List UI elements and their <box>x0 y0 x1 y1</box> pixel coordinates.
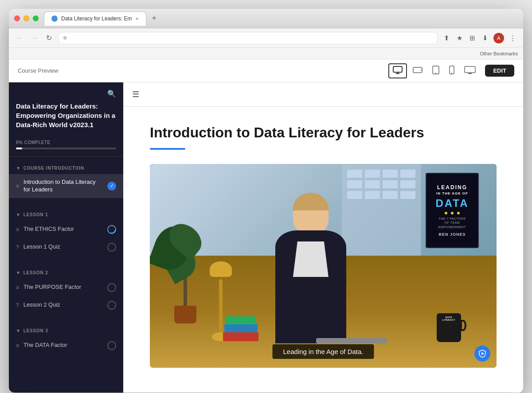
lesson-title: Introduction to Data Literacy for Leader… <box>150 125 497 141</box>
nav-section-course-intro: ▼ COURSE INTRODUCTION ≡ Introduction to … <box>9 157 123 203</box>
svg-point-8 <box>451 73 452 74</box>
progress-bar <box>16 148 116 149</box>
laptop <box>316 338 387 343</box>
building-window <box>383 191 398 199</box>
tab-close-icon[interactable]: ✕ <box>135 16 139 21</box>
lamp-arm <box>219 279 223 332</box>
reload-button[interactable]: ↻ <box>44 32 54 44</box>
building-window <box>365 170 380 178</box>
book-title-highlight: DATA <box>435 197 469 210</box>
course-preview-label: Course Preview <box>18 67 59 74</box>
back-button[interactable]: ← <box>14 32 25 44</box>
lines-icon: ≡ <box>16 183 19 189</box>
download-icon[interactable]: ⬇ <box>481 32 490 44</box>
book-title-line1: LEADING <box>437 184 467 191</box>
content-body: Introduction to Data Literacy for Leader… <box>123 107 523 385</box>
book3 <box>225 316 256 324</box>
share-icon[interactable]: ⬆ <box>442 32 451 44</box>
new-tab-button[interactable]: + <box>148 14 160 23</box>
tab-title: Data Literacy for Leaders: Em <box>61 16 132 22</box>
book-dots-row <box>445 212 460 214</box>
title-bar: Data Literacy for Leaders: Em ✕ + <box>9 9 523 28</box>
minimize-button[interactable] <box>23 16 29 21</box>
maximize-button[interactable] <box>33 16 39 21</box>
building-window <box>400 191 415 199</box>
video-badge-icon <box>474 346 490 362</box>
question-icon-l2: ? <box>16 302 19 308</box>
more-icon[interactable]: ⋮ <box>508 32 518 44</box>
building-window <box>400 170 415 178</box>
forward-button[interactable]: → <box>29 32 40 44</box>
book-author: BEN JONES <box>438 232 466 237</box>
url-bar[interactable]: ⊕ <box>58 32 438 44</box>
bookmark-icon[interactable]: ★ <box>455 32 464 44</box>
plant <box>159 226 212 323</box>
app-wrapper: Course Preview <box>9 59 523 393</box>
tablet-portrait-icon <box>432 66 439 74</box>
lines-icon-ethics: ≡ <box>16 226 19 233</box>
nav-item-ethics-factor[interactable]: ≡ The ETHICS Factor <box>9 221 123 238</box>
lamp-head <box>210 261 232 277</box>
book-cover: LEADING IN THE AGE OF DATA <box>426 173 479 248</box>
mobile-device-button[interactable] <box>445 63 458 78</box>
tablet-landscape-icon <box>413 66 422 74</box>
tablet-landscape-device-button[interactable] <box>409 63 426 78</box>
app-main: 🔍 Data Literacy for Leaders: Empowering … <box>9 82 523 393</box>
progress-circle-ethics <box>107 225 116 234</box>
mac-window: Data Literacy for Leaders: Em ✕ + ← → ↻ … <box>9 9 523 393</box>
nav-item-lesson1-quiz[interactable]: ? Lesson 1 Quiz <box>9 238 123 256</box>
mug-text: DATALITERACY <box>437 313 461 324</box>
tab-favicon <box>51 16 58 22</box>
nav-section-lesson2: ▼ LESSON 2 ≡ The PURPOSE Factor ? Lesson… <box>9 261 123 319</box>
arrow-icon: ▼ <box>16 166 21 171</box>
tv-device-button[interactable] <box>460 63 480 78</box>
address-bar: ← → ↻ ⊕ ⬆ ★ ⊞ ⬇ A ⋮ <box>9 28 523 48</box>
book-subtitle: THE 7 FACTORSOF TEAMEMPOWERMENT <box>438 217 466 230</box>
section-label-lesson1: LESSON 1 <box>23 212 48 217</box>
tablet-portrait-device-button[interactable] <box>428 63 443 78</box>
nav-item-label-quiz2: Lesson 2 Quiz <box>23 301 103 309</box>
close-button[interactable] <box>14 16 20 21</box>
person-hair <box>293 193 329 210</box>
toolbar-right: EDIT <box>388 63 514 78</box>
nav-item-intro-lesson[interactable]: ≡ Introduction to Data Literacy for Lead… <box>9 174 123 198</box>
section-header-lesson1: ▼ LESSON 1 <box>9 209 123 221</box>
course-title: Data Literacy for Leaders: Empowering Or… <box>9 101 123 136</box>
profile-avatar[interactable]: A <box>493 33 504 43</box>
sidebar-search-button[interactable]: 🔍 <box>107 89 116 98</box>
bookmarks-bar: Other Bookmarks <box>9 48 523 59</box>
nav-item-label-quiz1: Lesson 1 Quiz <box>23 243 103 251</box>
extensions-icon[interactable]: ⊞ <box>468 32 477 44</box>
nav-item-purpose-factor[interactable]: ≡ The PURPOSE Factor <box>9 279 123 296</box>
desktop-device-button[interactable] <box>388 63 407 78</box>
video-caption: Leading in the Age of Data. <box>273 344 374 359</box>
hamburger-button[interactable]: ☰ <box>132 89 139 99</box>
circle-icon-quiz1 <box>107 243 116 252</box>
svg-point-6 <box>435 73 436 74</box>
video-container[interactable]: DATALITERACY LEADING IN THE AGE OF DATA <box>150 164 497 368</box>
check-icon: ✓ <box>107 182 116 191</box>
desktop-icon <box>393 66 403 74</box>
lines-icon-data: ≡ <box>16 342 19 349</box>
arrow-icon-l1: ▼ <box>16 212 21 217</box>
sidebar-header: 🔍 <box>9 82 123 101</box>
shield-play-icon <box>478 350 486 358</box>
nav-item-lesson2-quiz[interactable]: ? Lesson 2 Quiz <box>9 296 123 314</box>
app-toolbar: Course Preview <box>9 59 523 82</box>
building-window <box>383 170 398 178</box>
svg-marker-13 <box>481 352 484 355</box>
tab-bar: Data Literacy for Leaders: Em ✕ + <box>44 12 518 26</box>
edit-button[interactable]: EDIT <box>485 65 514 77</box>
content-header: ☰ <box>123 82 523 107</box>
circle-icon-data <box>107 341 116 350</box>
bookmarks-label: Other Bookmarks <box>480 51 518 56</box>
nav-item-data-factor[interactable]: ≡ The DATA Factor <box>9 337 123 354</box>
nav-item-label-purpose: The PURPOSE Factor <box>23 284 103 291</box>
building-window <box>365 191 380 199</box>
book-dot1 <box>445 212 447 214</box>
partial-circle-icon <box>107 225 116 234</box>
section-header-lesson2: ▼ LESSON 2 <box>9 267 123 279</box>
book-title-line2: IN THE AGE OF <box>436 191 468 196</box>
traffic-lights <box>14 16 39 21</box>
browser-tab[interactable]: Data Literacy for Leaders: Em ✕ <box>44 12 146 26</box>
